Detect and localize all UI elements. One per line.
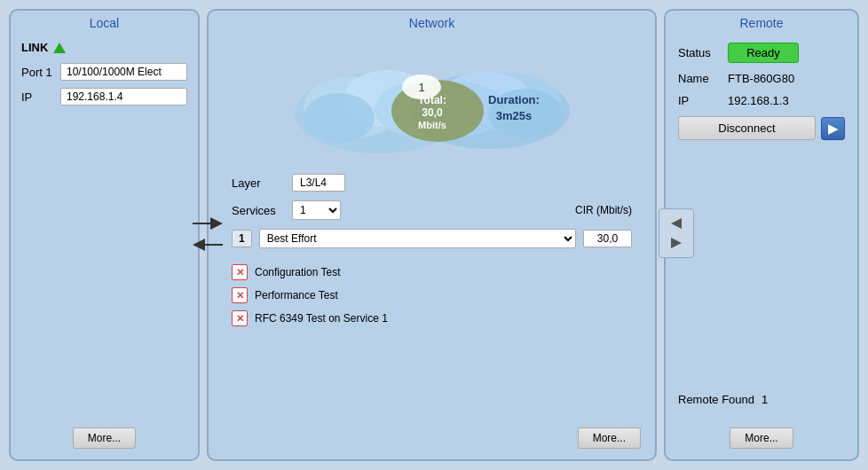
- layer-value: L3/L4: [292, 174, 345, 192]
- test2-label: Performance Test: [255, 289, 338, 302]
- disconnect-row: Disconnect ▶: [678, 116, 845, 140]
- remote-ip-label: IP: [678, 94, 721, 107]
- services-label: Services: [232, 204, 285, 217]
- remote-name-row: Name FTB-860G80: [678, 72, 845, 85]
- test2-x-icon: ✕: [232, 287, 248, 303]
- connect-arrow-button[interactable]: ▶: [821, 117, 845, 140]
- remote-ip-value: 192.168.1.3: [728, 94, 789, 107]
- test1-x-icon: ✕: [232, 264, 248, 280]
- link-label: LINK: [21, 41, 48, 54]
- left-arrow2-icon: [671, 218, 682, 229]
- network-panel: Network: [207, 9, 657, 461]
- remote-title: Remote: [666, 11, 857, 34]
- service-id-badge: 1: [232, 230, 252, 247]
- cloud-svg: 1 Total: 30,0 Mbit/s Duration: 3m25s: [272, 47, 592, 158]
- remote-found-row: Remote Found 1: [678, 393, 768, 406]
- port-value: 10/100/1000M Elect: [60, 63, 187, 81]
- port-row: Port 1 10/100/1000M Elect: [21, 63, 187, 81]
- link-row: LINK: [21, 41, 187, 54]
- status-badge: Ready: [728, 43, 799, 63]
- left-arrow-icon: [193, 239, 205, 251]
- local-bottom: More...: [11, 427, 198, 449]
- cir-value: 30,0: [583, 230, 632, 247]
- test1-label: Configuration Test: [255, 266, 341, 278]
- svg-text:1: 1: [418, 81, 424, 94]
- service-type-select[interactable]: Best Effort: [259, 229, 576, 248]
- layer-row: Layer L3/L4: [232, 174, 632, 192]
- test-item-1: ✕ Configuration Test: [232, 264, 632, 280]
- test3-x-icon: ✕: [232, 310, 248, 326]
- cir-header: CIR (Mbit/s): [575, 204, 632, 216]
- port-label: Port 1: [21, 66, 55, 79]
- remote-more-button[interactable]: More...: [730, 427, 793, 449]
- layer-label: Layer: [232, 176, 285, 190]
- local-title: Local: [11, 11, 198, 34]
- remote-name-label: Name: [678, 72, 721, 85]
- test-item-3: ✕ RFC 6349 Test on Service 1: [232, 310, 632, 326]
- remote-status-row: Status Ready: [678, 43, 845, 63]
- local-panel: Local LINK Port 1 10/100/1000M Elect IP …: [9, 9, 200, 461]
- remote-bottom: More...: [666, 427, 857, 449]
- svg-text:3m25s: 3m25s: [495, 109, 531, 122]
- test-item-2: ✕ Performance Test: [232, 287, 632, 303]
- connect-arrow-icon: ▶: [828, 121, 838, 136]
- network-bottom: More...: [578, 427, 641, 449]
- svg-text:30,0: 30,0: [422, 106, 443, 119]
- remote-status-label: Status: [678, 46, 721, 59]
- svg-text:Total:: Total:: [418, 94, 446, 106]
- remote-found-label: Remote Found: [678, 393, 754, 406]
- test3-label: RFC 6349 Test on Service 1: [255, 312, 388, 325]
- svg-text:Mbit/s: Mbit/s: [418, 120, 446, 130]
- services-select[interactable]: 1: [292, 200, 341, 220]
- local-ip-value: 192.168.1.4: [60, 88, 187, 106]
- right-arrow2-icon: [671, 238, 682, 248]
- services-row: Services 1 CIR (Mbit/s): [232, 200, 632, 220]
- svg-point-4: [304, 93, 375, 143]
- right-arrow-icon: [210, 217, 223, 230]
- ip-label: IP: [21, 90, 55, 104]
- remote-ip-row: IP 192.168.1.3: [678, 94, 845, 107]
- ip-row: IP 192.168.1.4: [21, 88, 187, 106]
- local-more-button[interactable]: More...: [73, 427, 136, 449]
- network-more-button[interactable]: More...: [578, 427, 641, 449]
- remote-found-value: 1: [761, 393, 768, 406]
- service-config-row: 1 Best Effort 30,0: [232, 229, 632, 248]
- link-up-icon: [53, 43, 66, 53]
- cloud-visualization: 1 Total: 30,0 Mbit/s Duration: 3m25s: [223, 44, 641, 160]
- disconnect-button[interactable]: Disconnect: [678, 116, 816, 140]
- svg-text:Duration:: Duration:: [488, 93, 540, 106]
- remote-name-value: FTB-860G80: [728, 72, 794, 85]
- tests-section: ✕ Configuration Test ✕ Performance Test …: [223, 257, 641, 326]
- network-title: Network: [209, 11, 655, 34]
